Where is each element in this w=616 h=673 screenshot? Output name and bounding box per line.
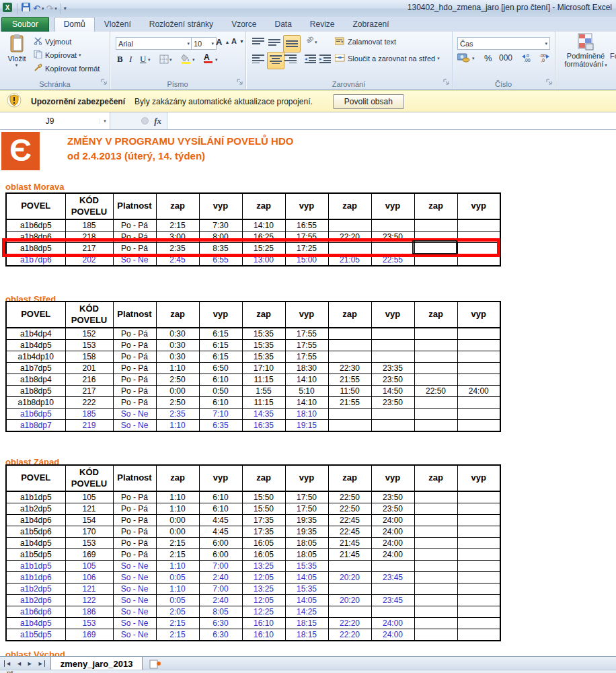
header-cell[interactable]: vyp: [371, 302, 414, 328]
shrink-font-button[interactable]: A▼: [231, 37, 244, 45]
header-cell[interactable]: zap: [156, 193, 199, 219]
cell[interactable]: 121: [65, 583, 113, 595]
undo-dropdown-icon[interactable]: ▾: [42, 6, 44, 11]
cell[interactable]: 14:35: [242, 409, 285, 420]
cell[interactable]: [414, 328, 457, 340]
cell[interactable]: Po - Pá: [113, 503, 156, 515]
cell[interactable]: [414, 515, 457, 526]
cell[interactable]: [457, 595, 500, 606]
cell[interactable]: 2:15: [156, 618, 199, 629]
cell[interactable]: 2:40: [199, 572, 242, 583]
font-color-dropdown-icon[interactable]: ▾: [215, 57, 218, 63]
cell[interactable]: 23:45: [371, 572, 414, 583]
align-top-icon[interactable]: [252, 37, 264, 49]
cell[interactable]: [414, 351, 457, 363]
cell[interactable]: 17:50: [285, 503, 328, 515]
cell[interactable]: [457, 340, 500, 351]
cell[interactable]: a1b1dp5: [6, 561, 65, 572]
cell[interactable]: [457, 397, 500, 409]
cell[interactable]: [414, 572, 457, 583]
cell[interactable]: 153: [65, 340, 113, 351]
cell[interactable]: 7:00: [199, 561, 242, 572]
cell[interactable]: Po - Pá: [113, 363, 156, 374]
cell[interactable]: 24:00: [371, 526, 414, 538]
cell[interactable]: 15:35: [242, 340, 285, 351]
cell[interactable]: 169: [65, 549, 113, 561]
font-size-combo[interactable]: 10 ▾: [191, 37, 217, 50]
cell[interactable]: [457, 606, 500, 618]
cell[interactable]: [414, 606, 457, 618]
cell[interactable]: 11:15: [242, 397, 285, 409]
cell[interactable]: 17:35: [242, 515, 285, 526]
header-cell[interactable]: zap: [414, 193, 457, 219]
cell[interactable]: 2:15: [156, 549, 199, 561]
header-cell[interactable]: vyp: [457, 193, 500, 219]
cell[interactable]: 1:10: [156, 503, 199, 515]
cell[interactable]: 17:55: [285, 328, 328, 340]
cell[interactable]: [328, 583, 371, 595]
cell[interactable]: 15:35: [242, 328, 285, 340]
name-box-dropdown-icon[interactable]: ▾: [100, 118, 110, 124]
cell[interactable]: [328, 340, 371, 351]
copy-button[interactable]: Kopírovat ▾: [34, 50, 81, 60]
borders-dropdown-icon[interactable]: ▾: [169, 57, 172, 63]
cell[interactable]: 169: [65, 629, 113, 641]
cut-button[interactable]: Vyjmout: [34, 36, 71, 46]
cell[interactable]: [371, 340, 414, 351]
cell[interactable]: 14:05: [285, 572, 328, 583]
cell[interactable]: 6:50: [199, 363, 242, 374]
header-cell[interactable]: KÓD POVELU: [65, 302, 113, 328]
header-cell[interactable]: vyp: [199, 193, 242, 219]
fill-color-icon[interactable]: [181, 53, 192, 67]
cell[interactable]: So - Ne: [113, 572, 156, 583]
cell[interactable]: [328, 351, 371, 363]
cell[interactable]: [457, 420, 500, 432]
wrap-text-button[interactable]: Zalamovat text: [335, 37, 396, 46]
cell[interactable]: 22:50: [328, 491, 371, 503]
undo-icon[interactable]: ↶: [33, 3, 40, 14]
cell[interactable]: 16:10: [242, 618, 285, 629]
cell[interactable]: 15:35: [285, 561, 328, 572]
align-center-icon[interactable]: [267, 52, 284, 69]
cell[interactable]: [414, 503, 457, 515]
insert-worksheet-button[interactable]: [143, 657, 168, 670]
cell[interactable]: [414, 363, 457, 374]
cell[interactable]: a1b2dp5: [6, 503, 65, 515]
copy-dropdown-icon[interactable]: ▾: [79, 52, 81, 58]
cell[interactable]: a1b4dp5: [6, 538, 65, 549]
cell[interactable]: 17:50: [285, 491, 328, 503]
header-cell[interactable]: zap: [414, 302, 457, 328]
header-cell[interactable]: zap: [242, 465, 285, 491]
cell[interactable]: a1b4dp6: [6, 515, 65, 526]
cell[interactable]: 222: [65, 397, 113, 409]
cell[interactable]: 1:10: [156, 491, 199, 503]
cell[interactable]: 201: [65, 363, 113, 374]
cell[interactable]: 6:35: [199, 420, 242, 432]
cell[interactable]: a1b5dp6: [6, 526, 65, 538]
cell[interactable]: 15:35: [285, 583, 328, 595]
cell[interactable]: [414, 549, 457, 561]
cell[interactable]: Po - Pá: [113, 386, 156, 397]
cell[interactable]: [457, 526, 500, 538]
cell[interactable]: 18:15: [285, 618, 328, 629]
header-cell[interactable]: POVEL: [6, 302, 65, 328]
cell[interactable]: Po - Pá: [113, 328, 156, 340]
cell[interactable]: [414, 397, 457, 409]
decrease-indent-icon[interactable]: [305, 54, 316, 66]
cell[interactable]: [414, 583, 457, 595]
cell[interactable]: 24:00: [371, 538, 414, 549]
cell[interactable]: a1b1dp5: [6, 491, 65, 503]
cell[interactable]: [457, 491, 500, 503]
cell[interactable]: a1b8dp5: [6, 386, 65, 397]
cell[interactable]: 1:55: [242, 386, 285, 397]
cell[interactable]: [457, 538, 500, 549]
cell[interactable]: [457, 409, 500, 420]
cell[interactable]: 22:50: [328, 503, 371, 515]
cell[interactable]: 18:05: [285, 538, 328, 549]
cell[interactable]: 22:20: [328, 629, 371, 641]
cell[interactable]: 105: [65, 561, 113, 572]
tab-soubor[interactable]: Soubor: [1, 17, 49, 32]
cell[interactable]: 24:00: [371, 515, 414, 526]
cell[interactable]: 2:35: [156, 409, 199, 420]
cell[interactable]: [414, 618, 457, 629]
